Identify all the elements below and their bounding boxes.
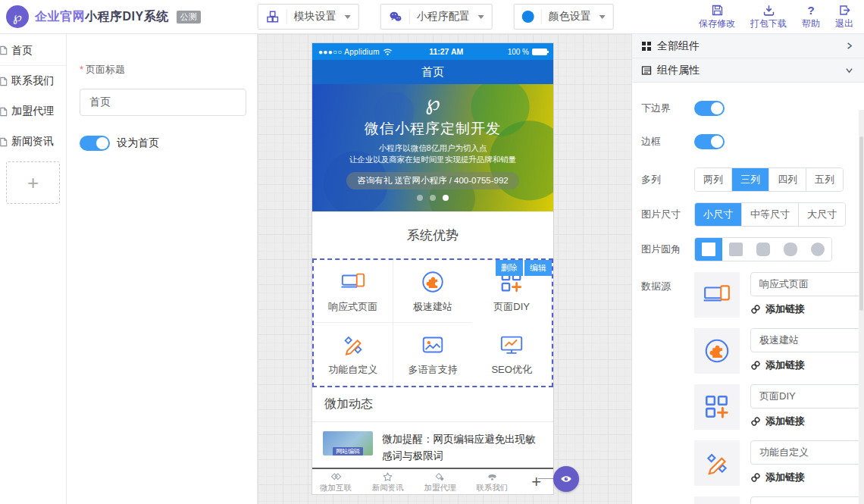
page-title-input[interactable]: [80, 89, 246, 116]
sidebar-item-agency[interactable]: 加盟代理: [0, 96, 66, 127]
add-tab-button[interactable]: +: [528, 472, 544, 492]
tab-contact[interactable]: 联系我们: [476, 471, 508, 492]
rounded-shape-icon: [756, 243, 770, 256]
border-toggle[interactable]: [694, 134, 725, 149]
exit-button[interactable]: 退出: [835, 4, 853, 30]
feature-cell-responsive[interactable]: 响应式页面: [314, 260, 393, 323]
carousel-dots: [312, 195, 553, 201]
module-settings-menu[interactable]: 模块设置: [258, 4, 359, 30]
datasource-title-input[interactable]: [750, 328, 864, 352]
toggle-knob: [711, 102, 723, 114]
carousel-dot[interactable]: [417, 195, 423, 201]
feature-cell-fast-build[interactable]: 极速建站: [393, 260, 473, 323]
datasource-title-input[interactable]: [750, 496, 864, 504]
add-link-button[interactable]: 添加链接: [750, 471, 864, 484]
feature-label: 响应式页面: [328, 300, 377, 314]
tab-brand[interactable]: 微加互联: [320, 471, 352, 492]
download-label: 打包下载: [750, 17, 787, 30]
add-link-button[interactable]: 添加链接: [750, 415, 864, 428]
carrier-text: ●●●○○ Applidium: [318, 48, 380, 56]
datasource-title-input[interactable]: [750, 272, 864, 296]
news-thumbnail: 网站编辑: [323, 431, 373, 455]
datasource-icon-box[interactable]: [694, 272, 740, 318]
tab-label: 联系我们: [476, 483, 508, 492]
radius-option-large[interactable]: [777, 238, 804, 261]
app-title: 企业官网小程序DIY系统: [35, 9, 169, 25]
tab-news[interactable]: 新闻资讯: [372, 471, 404, 492]
columns-label: 多列: [641, 173, 694, 186]
miniprogram-config-label: 小程序配置: [417, 10, 470, 23]
radius-option-medium[interactable]: [750, 238, 777, 261]
sidebar-item-home[interactable]: 首页: [0, 36, 66, 66]
datasource-title-input[interactable]: [750, 440, 864, 465]
miniprogram-config-menu[interactable]: 小程序配置: [380, 4, 493, 30]
image-size-small-selected[interactable]: 小尺寸: [695, 203, 741, 226]
datasource-icon-box[interactable]: [694, 440, 740, 486]
battery-percent: 100 %: [508, 48, 529, 56]
radius-option-circle[interactable]: [804, 238, 831, 261]
scrollbar-thumb[interactable]: [859, 136, 863, 311]
datasource-icon-box[interactable]: [694, 328, 740, 374]
rounded-shape-icon: [729, 243, 743, 256]
caret-down-icon: [345, 15, 351, 19]
phone-tab-bar: 微加互联 新闻资讯 加盟代理 联系我们 +: [312, 469, 553, 494]
datasource-fields: 添加链接: [750, 384, 864, 430]
app-logo-icon: [6, 5, 29, 28]
carousel-dot[interactable]: [430, 195, 436, 201]
datasource-title-input[interactable]: [750, 384, 864, 409]
phone-preview: ●●●○○ Applidium 11:27 AM 100 % 首页 ℘ 微信小程…: [312, 43, 553, 494]
feature-grid-selected-component[interactable]: 删除 编辑 响应式页面 极速建站 页面DIY: [312, 258, 553, 387]
help-button[interactable]: 帮助: [802, 4, 820, 30]
radius-option-slight[interactable]: [722, 238, 750, 261]
battery-indicator: 100 %: [508, 48, 547, 56]
columns-option-5[interactable]: 五列: [806, 168, 843, 191]
header-actions: 保存修改 打包下载 帮助 退出: [699, 4, 864, 30]
border-row: 边框: [641, 134, 853, 149]
datasource-icon-box[interactable]: [694, 384, 740, 430]
add-link-button[interactable]: 添加链接: [750, 302, 864, 316]
image-size-label: 图片尺寸: [641, 208, 694, 221]
set-home-toggle[interactable]: [80, 136, 110, 151]
color-settings-menu[interactable]: 颜色设置: [514, 4, 614, 30]
page-title-label: *页面标题: [80, 63, 257, 77]
add-page-button[interactable]: +: [6, 161, 60, 204]
hero-banner[interactable]: ℘ 微信小程序定制开发 小程序以微信8亿用户为切入点 让企业以及商家在短时间里实…: [312, 84, 553, 211]
bottom-border-toggle[interactable]: [694, 101, 725, 116]
caret-down-icon: [478, 15, 484, 19]
menu-divider: [541, 9, 542, 24]
delete-button[interactable]: 删除: [496, 260, 523, 276]
carousel-dot-active[interactable]: [443, 195, 449, 201]
set-home-row: 设为首页: [80, 136, 257, 151]
news-item[interactable]: 网站编辑 微加提醒：网页编辑应避免出现敏感词与极限词: [312, 422, 553, 468]
preview-eye-button[interactable]: [553, 466, 579, 492]
sidebar-item-news[interactable]: 新闻资讯: [0, 127, 66, 157]
page-icon: [0, 137, 8, 147]
image-size-medium[interactable]: 中等尺寸: [741, 203, 798, 226]
editor-canvas: ●●●○○ Applidium 11:27 AM 100 % 首页 ℘ 微信小程…: [258, 34, 631, 504]
radius-option-square-selected[interactable]: [695, 238, 722, 261]
save-icon: [711, 4, 724, 17]
columns-option-4[interactable]: 四列: [769, 168, 806, 191]
save-button[interactable]: 保存修改: [699, 4, 735, 30]
add-link-label: 添加链接: [765, 302, 805, 316]
feature-cell-custom[interactable]: 功能自定义: [314, 323, 393, 386]
diamonds-icon: [434, 471, 446, 483]
inspector-scrollbar[interactable]: [859, 110, 864, 504]
feature-label: 极速建站: [413, 300, 452, 314]
feature-cell-seo[interactable]: SEO优化: [472, 323, 552, 386]
columns-option-3-selected[interactable]: 三列: [731, 168, 769, 191]
eye-icon: [559, 472, 573, 486]
datasource-icon-box[interactable]: [694, 496, 740, 504]
rounded-shape-icon: [784, 243, 797, 256]
image-size-large[interactable]: 大尺寸: [798, 203, 845, 226]
datasource-fields: 添加链接: [750, 272, 864, 318]
edit-button[interactable]: 编辑: [524, 260, 552, 276]
feature-cell-multilang[interactable]: 多语言支持: [393, 323, 473, 386]
all-components-header[interactable]: 全部组件: [632, 34, 864, 58]
download-button[interactable]: 打包下载: [750, 4, 787, 30]
tab-agency[interactable]: 加盟代理: [424, 471, 456, 492]
columns-option-2[interactable]: 两列: [695, 168, 731, 191]
sidebar-item-contact[interactable]: 联系我们: [0, 66, 66, 96]
add-link-button[interactable]: 添加链接: [750, 358, 864, 372]
component-properties-header[interactable]: 组件属性: [632, 58, 864, 83]
